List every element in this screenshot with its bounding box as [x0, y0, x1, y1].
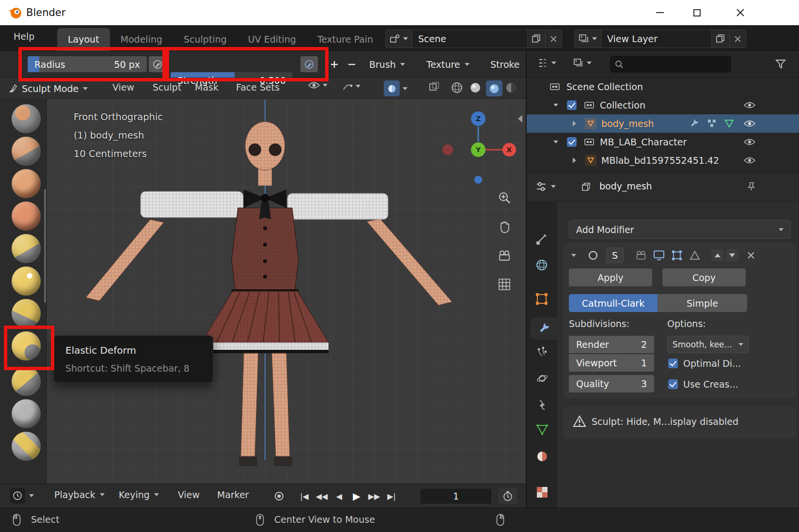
collection-checkbox[interactable]: [567, 137, 577, 147]
tab-texture-icon[interactable]: [536, 486, 548, 499]
brush-draw-sharp[interactable]: [12, 137, 41, 166]
outliner-search-input[interactable]: [627, 60, 715, 69]
mode-selector[interactable]: Sculpt Mode: [5, 80, 91, 96]
shading-rendered-toggle[interactable]: [505, 81, 517, 94]
brush-elastic-deform[interactable]: [12, 331, 41, 360]
modifier-move-up-button[interactable]: [711, 249, 724, 262]
modifier-expand-icon[interactable]: [571, 254, 576, 257]
timeline-view-menu[interactable]: View: [178, 489, 200, 500]
collection-checkbox[interactable]: [567, 100, 577, 110]
play-button[interactable]: ▶: [348, 490, 365, 502]
outliner-search-field[interactable]: [610, 56, 731, 73]
zoom-button[interactable]: [496, 189, 513, 206]
scene-browse-button[interactable]: [385, 30, 412, 48]
add-modifier-dropdown[interactable]: Add Modifier: [569, 220, 791, 239]
modifier-name-field[interactable]: S: [606, 248, 624, 263]
pan-button[interactable]: [496, 218, 513, 235]
tab-particles-icon[interactable]: [536, 345, 548, 358]
modifier-wrench-icon[interactable]: [689, 119, 699, 128]
uv-smooth-dropd[interactable]: Smooth, kee...: [667, 336, 749, 353]
playback-menu[interactable]: Playback: [54, 489, 105, 500]
scene-unlink-button[interactable]: [546, 30, 562, 48]
modifier-editmode-toggle-icon[interactable]: [671, 250, 683, 261]
catmull-clark-button[interactable]: Catmull-Clark: [569, 294, 658, 312]
overlays-dropdown[interactable]: [384, 80, 407, 96]
view-layer-remove-button[interactable]: [730, 30, 746, 48]
keying-menu[interactable]: Keying: [119, 489, 159, 500]
object-visibility-dropdown[interactable]: [308, 81, 328, 89]
modifier-delete-icon[interactable]: [747, 251, 755, 259]
menu-help[interactable]: Help: [14, 31, 34, 42]
optimal-display-checkbox[interactable]: [668, 359, 678, 368]
modifier-move-down-button[interactable]: [726, 249, 738, 262]
outliner-row-scene-collection[interactable]: Scene Collection: [527, 78, 799, 96]
grid-toggle-button[interactable]: [496, 276, 513, 293]
toolbar-scrollbar[interactable]: [44, 189, 46, 303]
brush-smooth[interactable]: [12, 399, 41, 428]
outliner-row-mblab-mesh[interactable]: MBlab_bd1597552451.42: [527, 151, 799, 170]
optimal-display-checkbox-row[interactable]: Optimal Di...: [668, 358, 741, 369]
menu-view[interactable]: View: [112, 82, 134, 93]
filter-funnel-icon[interactable]: [775, 58, 786, 70]
brush-grab[interactable]: [12, 367, 41, 396]
minimize-button[interactable]: [645, 0, 674, 25]
modifier-cage-toggle-icon[interactable]: [689, 250, 701, 261]
brush-mask[interactable]: [12, 432, 41, 461]
outliner-display-mode-dropdown[interactable]: [537, 58, 556, 68]
tab-layout[interactable]: Layout: [57, 28, 110, 51]
radius-slider[interactable]: Radius 50 px: [28, 56, 147, 72]
radius-pressure-button[interactable]: [149, 56, 166, 72]
shading-solid-toggle[interactable]: [469, 81, 482, 94]
tab-modifiers-active[interactable]: [531, 317, 557, 340]
tab-world-icon[interactable]: [535, 258, 548, 272]
next-keyframe-button[interactable]: ▶▶: [365, 492, 383, 501]
jump-to-end-button[interactable]: ▶|: [383, 492, 400, 501]
brush-panel-dropdown[interactable]: Brush: [369, 57, 405, 72]
shading-wireframe-toggle[interactable]: [451, 81, 463, 94]
gizmos-dropdown[interactable]: [342, 81, 360, 91]
timeline-marker-menu[interactable]: Marker: [217, 489, 249, 500]
outliner-row-collection[interactable]: Collection: [527, 96, 799, 114]
quality-field[interactable]: Quality 3: [569, 375, 654, 392]
scene-name-field[interactable]: Scene: [412, 30, 528, 48]
disclosure-closed-icon[interactable]: [573, 157, 576, 163]
copy-button[interactable]: Copy: [662, 268, 746, 286]
close-button[interactable]: [726, 0, 755, 25]
brush-inflate[interactable]: [12, 266, 41, 296]
navigation-gizmo[interactable]: Z Y X: [435, 105, 522, 188]
properties-editor-dropdown[interactable]: [535, 181, 556, 192]
use-creases-checkbox[interactable]: [668, 379, 678, 389]
outliner-filter-dropdown[interactable]: [573, 58, 592, 68]
use-creases-checkbox-row[interactable]: Use Creas...: [668, 379, 738, 390]
current-frame-field[interactable]: 1: [420, 488, 492, 504]
outliner-row-mb-lab-character[interactable]: MB_LAB_Character: [527, 133, 799, 151]
tab-texture-paint[interactable]: Texture Pain: [307, 28, 384, 51]
timeline-editor-dropdown[interactable]: [10, 488, 34, 503]
camera-view-button[interactable]: [496, 247, 513, 265]
eye-icon[interactable]: [744, 120, 755, 127]
brush-clay-strips[interactable]: [12, 202, 41, 231]
scene-new-button[interactable]: [528, 30, 546, 48]
modifier-render-toggle-icon[interactable]: [635, 250, 647, 261]
pin-icon[interactable]: [746, 181, 756, 192]
tab-sculpting[interactable]: Sculpting: [173, 28, 237, 51]
xray-toggle[interactable]: [428, 81, 440, 92]
eye-icon[interactable]: [744, 138, 755, 146]
brush-draw[interactable]: [12, 104, 41, 133]
render-subdivisions-field[interactable]: Render 2: [569, 336, 654, 353]
brush-clay[interactable]: [12, 169, 41, 198]
brush-crease[interactable]: [12, 299, 41, 328]
brush-layer[interactable]: [12, 234, 41, 263]
tab-tool-icon[interactable]: [535, 232, 548, 246]
tab-constraints-icon[interactable]: [536, 399, 548, 411]
viewport-3d[interactable]: Front Orthographic (1) body_mesh 10 Cent…: [47, 99, 526, 484]
tab-material-icon[interactable]: [536, 450, 548, 463]
tab-modeling[interactable]: Modeling: [110, 28, 173, 51]
outliner-row-body-mesh[interactable]: body_mesh: [527, 114, 799, 133]
eye-icon[interactable]: [744, 101, 755, 109]
sidebar-expand-handle[interactable]: [518, 115, 522, 123]
use-preview-range-button[interactable]: [498, 488, 517, 504]
viewport-subdivisions-field[interactable]: Viewport 1: [569, 354, 654, 372]
texture-panel-dropdown[interactable]: Texture: [426, 57, 470, 72]
prev-keyframe-button[interactable]: ◀◀: [313, 492, 330, 501]
